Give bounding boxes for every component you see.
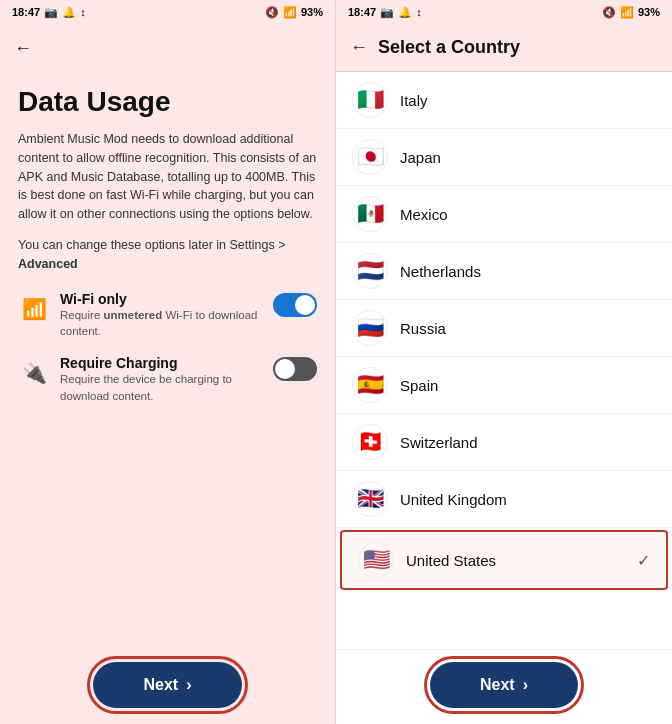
country-name: United States [406, 552, 625, 569]
page-title: Data Usage [18, 86, 317, 118]
country-item[interactable]: 🇷🇺Russia [336, 300, 672, 357]
flag-icon: 🇨🇭 [352, 424, 388, 460]
right-sync-icon: ↕ [416, 6, 422, 18]
right-camera-icon: 📷 [380, 6, 394, 19]
mute-icon: 🔇 [265, 6, 279, 19]
left-next-arrow: › [186, 676, 191, 694]
charging-switch[interactable] [273, 357, 317, 381]
data-usage-content: Data Usage Ambient Music Mod needs to do… [0, 72, 335, 650]
flag-icon: 🇳🇱 [352, 253, 388, 289]
flag-icon: 🇺🇸 [358, 542, 394, 578]
wifi-switch[interactable] [273, 293, 317, 317]
right-time: 18:47 📷 🔔 ↕ [348, 6, 422, 19]
data-usage-description: Ambient Music Mod needs to download addi… [18, 130, 317, 224]
alarm-icon: 🔔 [62, 6, 76, 19]
right-wifi-icon: 📶 [620, 6, 634, 19]
right-bottom-bar: Next › [336, 649, 672, 724]
country-name: Italy [400, 92, 656, 109]
charging-toggle-icon: 🔌 [18, 357, 50, 389]
country-list: 🇮🇹Italy🇯🇵Japan🇲🇽Mexico🇳🇱Netherlands🇷🇺Rus… [336, 72, 672, 649]
flag-icon: 🇯🇵 [352, 139, 388, 175]
right-back-button[interactable]: ← [350, 37, 368, 58]
wifi-toggle-sublabel: Require unmetered Wi-Fi to download cont… [60, 307, 263, 339]
charging-toggle-label: Require Charging [60, 355, 263, 371]
country-name: United Kingdom [400, 491, 656, 508]
left-top-bar: ← [0, 24, 335, 72]
country-item[interactable]: 🇮🇹Italy [336, 72, 672, 129]
charging-toggle-switch[interactable] [273, 357, 317, 381]
left-battery-info: 🔇 📶 93% [265, 6, 323, 19]
charging-toggle-text: Require Charging Require the device be c… [60, 355, 263, 403]
left-bottom-bar: Next › [0, 650, 335, 724]
wifi-toggle-icon: 📶 [18, 293, 50, 325]
flag-icon: 🇬🇧 [352, 481, 388, 517]
flag-icon: 🇪🇸 [352, 367, 388, 403]
country-item[interactable]: 🇨🇭Switzerland [336, 414, 672, 471]
back-button[interactable]: ← [14, 38, 32, 59]
charging-toggle-sublabel: Require the device be charging to downlo… [60, 371, 263, 403]
country-name: Netherlands [400, 263, 656, 280]
country-item[interactable]: 🇲🇽Mexico [336, 186, 672, 243]
right-battery-info: 🔇 📶 93% [602, 6, 660, 19]
wifi-toggle-text: Wi-Fi only Require unmetered Wi-Fi to do… [60, 291, 263, 339]
charging-row: 🔌 Require Charging Require the device be… [18, 355, 317, 403]
country-item[interactable]: 🇳🇱Netherlands [336, 243, 672, 300]
selected-checkmark: ✓ [637, 551, 650, 570]
right-mute-icon: 🔇 [602, 6, 616, 19]
country-name: Spain [400, 377, 656, 394]
wifi-icon: 📶 [283, 6, 297, 19]
country-name: Japan [400, 149, 656, 166]
settings-note: You can change these options later in Se… [18, 236, 317, 274]
country-name: Switzerland [400, 434, 656, 451]
right-alarm-icon: 🔔 [398, 6, 412, 19]
wifi-only-row: 📶 Wi-Fi only Require unmetered Wi-Fi to … [18, 291, 317, 339]
left-panel: 18:47 📷 🔔 ↕ 🔇 📶 93% ← Data Usage Ambient… [0, 0, 336, 724]
camera-icon: 📷 [44, 6, 58, 19]
left-status-bar: 18:47 📷 🔔 ↕ 🔇 📶 93% [0, 0, 335, 24]
country-item[interactable]: 🇪🇸Spain [336, 357, 672, 414]
left-next-button[interactable]: Next › [93, 662, 241, 708]
right-status-bar: 18:47 📷 🔔 ↕ 🔇 📶 93% [336, 0, 672, 24]
country-item[interactable]: 🇬🇧United Kingdom [336, 471, 672, 528]
flag-icon: 🇮🇹 [352, 82, 388, 118]
country-item[interactable]: 🇺🇸United States✓ [340, 530, 668, 590]
wifi-toggle-switch[interactable] [273, 293, 317, 317]
country-name: Russia [400, 320, 656, 337]
right-next-arrow: › [523, 676, 528, 694]
sync-icon: ↕ [80, 6, 86, 18]
country-name: Mexico [400, 206, 656, 223]
right-page-title: Select a Country [378, 37, 520, 58]
right-panel: 18:47 📷 🔔 ↕ 🔇 📶 93% ← Select a Country 🇮… [336, 0, 672, 724]
country-item[interactable]: 🇯🇵Japan [336, 129, 672, 186]
flag-icon: 🇲🇽 [352, 196, 388, 232]
right-next-label: Next [480, 676, 515, 694]
right-top-bar: ← Select a Country [336, 24, 672, 72]
right-next-button[interactable]: Next › [430, 662, 578, 708]
left-time: 18:47 📷 🔔 ↕ [12, 6, 86, 19]
left-next-label: Next [143, 676, 178, 694]
flag-icon: 🇷🇺 [352, 310, 388, 346]
wifi-toggle-label: Wi-Fi only [60, 291, 263, 307]
